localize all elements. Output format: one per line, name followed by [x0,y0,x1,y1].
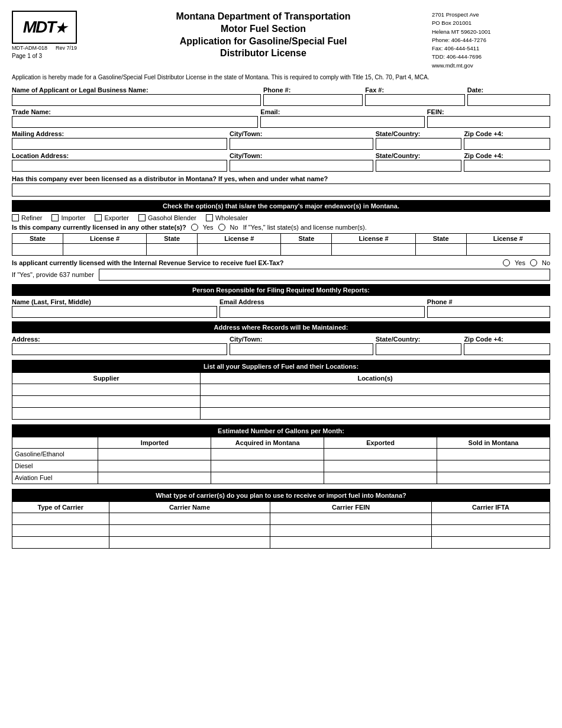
trade-input[interactable] [12,116,258,128]
wholesaler-checkbox[interactable] [206,214,213,221]
city-input[interactable] [230,138,373,150]
location-input[interactable] [12,160,227,172]
state4-input[interactable] [415,243,466,255]
diesel-exported[interactable] [324,460,437,472]
date-input[interactable] [467,94,550,106]
state3-input[interactable] [281,243,332,255]
logo-text: MDT★ [23,18,66,37]
reports-name-input[interactable] [12,306,217,318]
gasoline-sold[interactable] [437,448,550,460]
state1-input[interactable] [12,243,63,255]
state-input[interactable] [376,138,462,150]
email-input[interactable] [260,116,425,128]
supplier-row3-left[interactable] [12,407,201,419]
reports-email-input[interactable] [219,306,425,318]
col-license2: License # [198,233,281,243]
importer-item: Importer [51,214,85,221]
gallons-imported-header: Imported [98,437,211,448]
diesel-acquired[interactable] [211,460,324,472]
fax-input[interactable] [365,94,464,106]
irs-637-input[interactable] [99,269,550,281]
irs-yes-radio[interactable] [503,259,510,266]
state2-input[interactable] [147,243,198,255]
supplier-row1-right[interactable] [201,384,550,395]
other-states-yes-radio[interactable] [191,224,198,231]
license1-input[interactable] [63,243,146,255]
carrier-row3-name[interactable] [109,536,270,548]
diesel-imported[interactable] [98,460,211,472]
gasoline-exported[interactable] [324,448,437,460]
fein-group: FEIN: [427,108,550,128]
carrier-row2-name[interactable] [109,524,270,536]
supplier-row2-left[interactable] [12,395,201,407]
carrier-row2-fein[interactable] [270,524,432,536]
carrier-row3-fein[interactable] [270,536,432,548]
aviation-label: Aviation Fuel [12,472,98,484]
carrier-row1-name[interactable] [109,513,270,524]
license3-input[interactable] [332,243,415,255]
city2-input[interactable] [230,160,373,172]
exporter-checkbox[interactable] [95,214,102,221]
gallons-exported-header: Exported [324,437,437,448]
mailing-group: Mailing Address: [12,130,227,150]
records-state-input[interactable] [376,343,462,355]
aviation-sold[interactable] [437,472,550,484]
carrier-row1-type[interactable] [12,513,109,524]
carrier-row3-type[interactable] [12,536,109,548]
aviation-acquired[interactable] [211,472,324,484]
zip2-label: Zip Code +4: [464,152,550,159]
gasoline-acquired[interactable] [211,448,324,460]
col-license3: License # [332,233,415,243]
gasohol-checkbox[interactable] [138,214,146,221]
carrier-row2-type[interactable] [12,524,109,536]
aviation-exported[interactable] [324,472,437,484]
gallons-section: Estimated Number of Gallons per Month: I… [12,424,550,484]
applicant-group: Name of Applicant or Legal Business Name… [12,86,261,106]
gallons-table: Estimated Number of Gallons per Month: I… [12,424,550,484]
records-address-group: Address: [12,336,227,355]
other-states-no-radio[interactable] [218,224,225,231]
date-label: Date: [467,86,550,94]
carrier-row2-ifta[interactable] [431,524,550,536]
supplier-row3-right[interactable] [201,407,550,419]
records-city-input[interactable] [230,343,373,355]
carrier-row1-fein[interactable] [270,513,432,524]
supplier-row1-left[interactable] [12,384,201,395]
exporter-item: Exporter [95,214,129,221]
state2-input[interactable] [376,160,462,172]
applicant-input[interactable] [12,94,261,106]
endeavors-header: Check the option(s) that is/are the comp… [12,200,550,212]
irs-row: Is applicant currently licensed with the… [12,259,550,266]
phone-group: Phone #: [263,86,363,106]
irs-no-radio[interactable] [530,259,537,266]
license2-input[interactable] [198,243,281,255]
logo-box: MDT★ [12,11,77,44]
supplier-row2-right[interactable] [201,395,550,407]
records-zip-input[interactable] [464,343,550,355]
importer-checkbox[interactable] [51,214,59,221]
reports-phone-group: Phone # [427,298,550,318]
license4-input[interactable] [466,243,550,255]
licensed-input[interactable] [12,183,550,197]
carrier-row3-ifta[interactable] [431,536,550,548]
title-area: Montana Department of Transportation Mot… [95,11,432,60]
licensed-question-label: Has this company ever been licensed as a… [12,175,550,182]
records-address-input[interactable] [12,343,227,355]
page-info: Page 1 of 3 [12,53,95,59]
diesel-sold[interactable] [437,460,550,472]
carrier-row1-ifta[interactable] [431,513,550,524]
carrier-name-header: Carrier Name [109,501,270,513]
phone-input[interactable] [263,94,363,106]
refiner-checkbox[interactable] [12,214,19,221]
carrier-fein-header: Carrier FEIN [270,501,432,513]
reports-phone-input[interactable] [427,306,550,318]
col-license4: License # [466,233,550,243]
gallons-acquired-header: Acquired in Montana [211,437,324,448]
aviation-imported[interactable] [98,472,211,484]
fein-input[interactable] [427,116,550,128]
zip-input[interactable] [464,138,550,150]
gasoline-imported[interactable] [98,448,211,460]
zip2-input[interactable] [464,160,550,172]
state-group: State/Country: [376,130,462,150]
mailing-input[interactable] [12,138,227,150]
